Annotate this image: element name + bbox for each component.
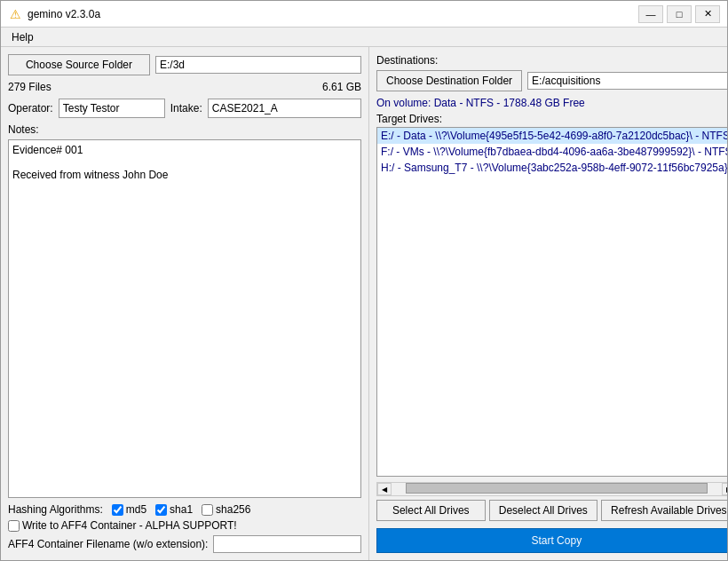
hashing-row: Hashing Algorithms: md5 sha1 sha256 [8, 503, 361, 516]
notes-label: Notes: [8, 123, 361, 136]
sha256-label: sha256 [216, 503, 250, 516]
choose-source-button[interactable]: Choose Source Folder [8, 54, 150, 75]
window-controls: — □ ✕ [638, 5, 720, 23]
aff4-filename-input[interactable] [213, 535, 361, 553]
start-copy-button[interactable]: Start Copy [376, 528, 727, 553]
md5-checkbox[interactable] [112, 504, 123, 516]
aff4-filename-label: AFF4 Container Filename (w/o extension): [8, 538, 208, 550]
volume-info: On volume: Data - NTFS - 1788.48 GB Free [376, 97, 727, 109]
file-info-row: 279 Files 6.61 GB [8, 81, 361, 93]
horizontal-scrollbar[interactable]: ◀ ▶ [376, 482, 727, 496]
scroll-right-arrow[interactable]: ▶ [722, 483, 727, 495]
window-title: gemino v2.3.0a [28, 8, 638, 20]
file-count: 279 Files [8, 81, 51, 93]
drive-item-1[interactable]: F:/ - VMs - \\?\Volume{fb7dbaea-dbd4-409… [377, 144, 727, 160]
operator-label: Operator: [8, 102, 53, 115]
aff4-checkbox-label[interactable]: Write to AFF4 Container - ALPHA SUPPORT! [8, 519, 237, 532]
sha256-checkbox-label[interactable]: sha256 [202, 503, 250, 516]
sha1-label: sha1 [170, 503, 193, 516]
sha1-checkbox-label[interactable]: sha1 [155, 503, 193, 516]
notes-area[interactable]: Evidence# 001 Received from witness John… [8, 139, 361, 498]
choose-dest-button[interactable]: Choose Destination Folder [376, 70, 522, 91]
left-panel: Choose Source Folder E:/3d 279 Files 6.6… [1, 47, 369, 560]
target-drives-label: Target Drives: [376, 113, 727, 125]
title-bar: ⚠ gemino v2.3.0a — □ ✕ [1, 1, 727, 28]
scroll-left-arrow[interactable]: ◀ [377, 483, 392, 495]
sha1-checkbox[interactable] [155, 504, 167, 516]
drive-item-0[interactable]: E:/ - Data - \\?\Volume{495e5f15-5e42-46… [377, 128, 727, 144]
aff4-filename-row: AFF4 Container Filename (w/o extension): [8, 535, 361, 553]
drive-item-2[interactable]: H:/ - Samsung_T7 - \\?\Volume{3abc252a-9… [377, 160, 727, 176]
operator-intake-row: Operator: Intake: [8, 99, 361, 118]
source-folder-row: Choose Source Folder E:/3d [8, 54, 361, 75]
app-icon: ⚠ [8, 7, 22, 21]
md5-label: md5 [126, 503, 146, 516]
main-window: ⚠ gemino v2.3.0a — □ ✕ Help Choose Sourc… [0, 0, 728, 561]
notes-line-3: Received from witness John Doe [12, 169, 357, 181]
main-content: Choose Source Folder E:/3d 279 Files 6.6… [1, 47, 727, 560]
hashing-label: Hashing Algorithms: [8, 503, 103, 516]
intake-input[interactable] [208, 99, 361, 118]
notes-line-1: Evidence# 001 [12, 144, 357, 156]
drives-buttons-row: Select All Drives Deselect All Drives Re… [376, 500, 727, 521]
aff4-label: Write to AFF4 Container - ALPHA SUPPORT! [22, 519, 237, 532]
operator-input[interactable] [59, 99, 165, 118]
intake-label: Intake: [170, 102, 202, 115]
menu-help[interactable]: Help [4, 29, 41, 45]
refresh-drives-button[interactable]: Refresh Available Drives [601, 500, 727, 521]
right-panel: Destinations: Choose Destination Folder … [369, 47, 727, 560]
close-button[interactable]: ✕ [695, 5, 720, 23]
dest-folder-row: Choose Destination Folder E:/acquisition… [376, 70, 727, 91]
select-all-drives-button[interactable]: Select All Drives [376, 500, 486, 521]
minimize-button[interactable]: — [638, 5, 663, 23]
sha256-checkbox[interactable] [202, 504, 213, 516]
file-size: 6.61 GB [322, 81, 361, 93]
scrollbar-thumb[interactable] [406, 483, 708, 494]
source-path-display: E:/3d [155, 56, 361, 74]
maximize-button[interactable]: □ [667, 5, 692, 23]
drives-list[interactable]: E:/ - Data - \\?\Volume{495e5f15-5e42-46… [376, 127, 727, 477]
destinations-label: Destinations: [376, 54, 727, 67]
dest-path-display: E:/acquisitions [527, 72, 727, 90]
deselect-all-drives-button[interactable]: Deselect All Drives [489, 500, 598, 521]
aff4-row: Write to AFF4 Container - ALPHA SUPPORT! [8, 519, 361, 532]
aff4-checkbox[interactable] [8, 520, 20, 532]
notes-line-2 [12, 156, 357, 169]
md5-checkbox-label[interactable]: md5 [112, 503, 146, 516]
menu-bar: Help [1, 28, 727, 47]
